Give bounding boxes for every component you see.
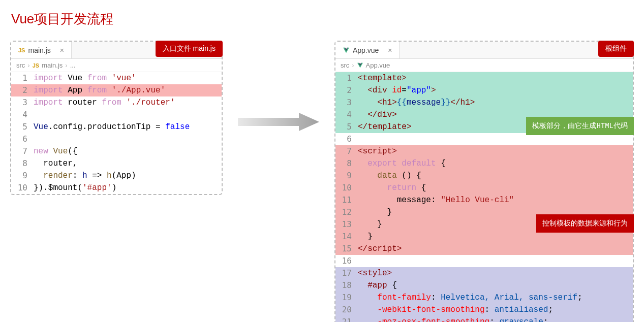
line-number: 17 <box>335 267 358 279</box>
code-line: 7new Vue({ <box>11 145 222 157</box>
code-line: 1<template> <box>335 72 633 84</box>
code-line: 6 <box>11 133 222 145</box>
right-badge: 根组件 <box>598 41 634 57</box>
line-number: 13 <box>335 218 358 231</box>
tab-mainjs[interactable]: JS main.js × <box>11 42 72 58</box>
code-line: 10 return { <box>335 182 633 194</box>
tab-appvue[interactable]: App.vue × <box>335 42 400 58</box>
annotation-script: 控制模板的数据来源和行为 <box>536 214 634 233</box>
code-line: 1import Vue from 'vue' <box>11 72 222 84</box>
line-content: font-family: Helvetica, Arial, sans-seri… <box>358 292 633 304</box>
line-number: 9 <box>11 170 34 182</box>
line-number: 6 <box>335 133 358 145</box>
bc-item: ... <box>70 61 76 69</box>
line-content: </script> <box>358 243 633 255</box>
line-content: return { <box>358 182 633 194</box>
line-content: export default { <box>358 157 633 170</box>
bc-item[interactable]: main.js <box>42 61 63 69</box>
code-line: 2 <div id="app"> <box>335 84 633 96</box>
code-line: 16 <box>335 255 633 267</box>
code-line: 8 export default { <box>335 157 633 170</box>
line-number: 1 <box>335 72 358 84</box>
line-number: 8 <box>11 157 34 170</box>
line-content: }).$mount('#app') <box>34 182 222 194</box>
tabbar: App.vue × <box>335 42 633 59</box>
left-badge: 入口文件 main.js <box>156 41 223 57</box>
chevron-right-icon: › <box>65 61 67 69</box>
code-line: 20 -webkit-font-smoothing: antialiased; <box>335 304 633 316</box>
bc-item[interactable]: App.vue <box>366 61 390 69</box>
line-content: import App from './App.vue' <box>34 84 222 96</box>
line-number: 1 <box>11 72 34 84</box>
tab-label: main.js <box>28 46 50 54</box>
chevron-right-icon: › <box>352 61 354 69</box>
line-number: 2 <box>11 84 34 96</box>
js-file-icon: JS <box>33 62 39 69</box>
code-line: 8 router, <box>11 157 222 170</box>
line-content: <style> <box>358 267 633 279</box>
line-number: 5 <box>335 121 358 133</box>
line-content: data () { <box>358 170 633 182</box>
line-number: 8 <box>335 157 358 170</box>
line-number: 6 <box>11 133 34 145</box>
line-content <box>358 255 633 267</box>
code-line: 17<style> <box>335 267 633 279</box>
line-content: router, <box>34 157 222 170</box>
close-icon[interactable]: × <box>60 46 64 54</box>
line-number: 10 <box>11 182 34 194</box>
close-icon[interactable]: × <box>388 46 392 54</box>
line-number: 2 <box>335 84 358 96</box>
left-editor: 入口文件 main.js JS main.js × src › JS main.… <box>10 41 223 195</box>
line-number: 21 <box>335 316 358 322</box>
line-content: message: "Hello Vue-cli" <box>358 194 633 206</box>
annotation-template: 模板部分，由它生成HTML代码 <box>526 117 634 135</box>
line-number: 3 <box>335 96 358 109</box>
line-number: 5 <box>11 121 34 133</box>
line-number: 4 <box>11 109 34 121</box>
code-line: 2import App from './App.vue' <box>11 84 222 96</box>
code-line: 3 <h1>{{message}}</h1> <box>335 96 633 109</box>
code-line: 5Vue.config.productionTip = false <box>11 121 222 133</box>
code-line: 18 #app { <box>335 279 633 292</box>
line-number: 9 <box>335 170 358 182</box>
code-line: 9 data () { <box>335 170 633 182</box>
line-content: Vue.config.productionTip = false <box>34 121 222 133</box>
line-number: 19 <box>335 292 358 304</box>
code-line: 10}).$mount('#app') <box>11 182 222 194</box>
right-editor: 根组件 App.vue × src › App.vue 模板部分，由它生成HTM… <box>334 41 634 322</box>
code-line: 21 -moz-osx-font-smoothing: grayscale; <box>335 316 633 322</box>
line-content: render: h => h(App) <box>34 170 222 182</box>
code-line: 19 font-family: Helvetica, Arial, sans-s… <box>335 292 633 304</box>
line-number: 7 <box>11 145 34 157</box>
code-area[interactable]: 1import Vue from 'vue'2import App from '… <box>11 72 222 194</box>
line-number: 4 <box>335 109 358 121</box>
vue-file-icon <box>343 47 350 54</box>
code-line: 11 message: "Hello Vue-cli" <box>335 194 633 206</box>
tab-label: App.vue <box>353 46 379 54</box>
line-number: 14 <box>335 231 358 243</box>
line-number: 11 <box>335 194 358 206</box>
arrow-icon <box>238 112 319 132</box>
line-content: <script> <box>358 145 633 157</box>
line-content: -moz-osx-font-smoothing: grayscale; <box>358 316 633 322</box>
breadcrumb: src › App.vue <box>335 59 633 72</box>
code-line: 9 render: h => h(App) <box>11 170 222 182</box>
line-number: 10 <box>335 182 358 194</box>
line-content: <h1>{{message}}</h1> <box>358 96 633 109</box>
line-content: <template> <box>358 72 633 84</box>
line-content: #app { <box>358 279 633 292</box>
code-line: 4 <box>11 109 222 121</box>
bc-item[interactable]: src <box>16 61 25 69</box>
line-number: 3 <box>11 96 34 109</box>
bc-item[interactable]: src <box>341 61 349 69</box>
line-number: 18 <box>335 279 358 292</box>
line-content: import router from './router' <box>34 96 222 109</box>
code-line: 7<script> <box>335 145 633 157</box>
line-content <box>34 133 222 145</box>
svg-marker-0 <box>238 113 319 131</box>
vue-file-icon <box>357 62 363 69</box>
code-area[interactable]: 模板部分，由它生成HTML代码 控制模板的数据来源和行为 css样式部分 1<t… <box>335 72 633 322</box>
code-line: 3import router from './router' <box>11 96 222 109</box>
page-title: Vue项目开发流程 <box>11 10 634 28</box>
line-number: 16 <box>335 255 358 267</box>
